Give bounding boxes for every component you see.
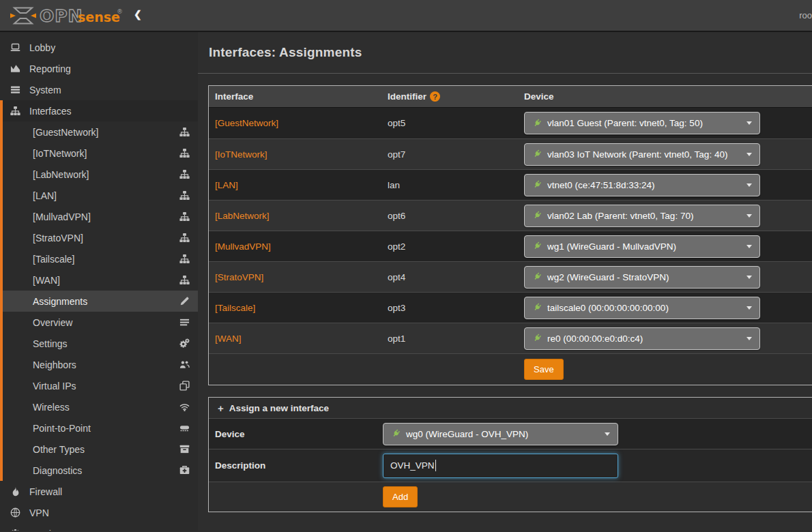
sidebar-item-other-types[interactable]: Other Types: [0, 439, 198, 460]
sidebar-item-guestnetwork[interactable]: [GuestNetwork]: [0, 121, 198, 143]
save-row: Save: [209, 353, 812, 385]
description-label: Description: [209, 460, 383, 471]
laptop-icon: [9, 42, 21, 53]
add-button[interactable]: Add: [383, 486, 418, 507]
collapse-sidebar-icon[interactable]: ❮: [134, 9, 142, 20]
table-row: [MullvadVPN] opt2 wg1 (WireGuard - Mullv…: [209, 231, 812, 261]
identifier-value: opt7: [388, 149, 405, 160]
cogs-icon: [179, 338, 190, 349]
device-select[interactable]: vlan01 Guest (Parent: vtnet0, Tag: 50): [524, 112, 760, 134]
sidebar-item-reporting[interactable]: Reporting: [0, 58, 198, 79]
interface-link[interactable]: [MullvadVPN]: [215, 241, 271, 252]
device-select[interactable]: wg1 (WireGuard - MullvadVPN): [524, 235, 760, 258]
sidebar-item-overview[interactable]: Overview: [0, 312, 198, 333]
new-device-value: wg0 (WireGuard - OVH_VPN): [406, 429, 528, 439]
device-selected-value: wg2 (WireGuard - StratoVPN): [547, 272, 669, 282]
assign-panel-header: + Assign a new interface: [209, 398, 812, 419]
device-selected-value: vlan03 IoT Network (Parent: vtnet0, Tag:…: [547, 149, 727, 160]
sidebar-item-label: Wireless: [33, 402, 70, 413]
table-row: [Tailscale] opt3 tailscale0 (00:00:00:00…: [209, 292, 812, 323]
interface-link[interactable]: [StratoVPN]: [215, 272, 263, 282]
bars-icon: [179, 317, 190, 327]
device-select[interactable]: tailscale0 (00:00:00:00:00:00): [524, 297, 760, 319]
sitemap-icon: [179, 127, 190, 137]
logged-in-user[interactable]: roo: [799, 10, 812, 20]
device-select[interactable]: vlan03 IoT Network (Parent: vtnet0, Tag:…: [524, 143, 760, 166]
sidebar-item-lobby[interactable]: Lobby: [0, 37, 198, 58]
identifier-value: opt2: [388, 241, 405, 252]
plug-icon: [532, 241, 542, 251]
device-select[interactable]: re0 (00:00:00:e0:d0:c4): [524, 327, 760, 350]
sidebar-item-label: [MullvadVPN]: [33, 211, 91, 222]
sidebar-item-label: [Tailscale]: [33, 254, 74, 265]
table-row: [StratoVPN] opt4 wg2 (WireGuard - Strato…: [209, 261, 812, 292]
sidebar-item-iotnetwork[interactable]: [IoTNetwork]: [0, 143, 198, 164]
sidebar-item-labnetwork[interactable]: [LabNetwork]: [0, 164, 198, 185]
interface-link[interactable]: [IoTNetwork]: [215, 149, 267, 160]
sidebar-item-label: VPN: [29, 507, 49, 518]
sidebar-item-settings[interactable]: Settings: [0, 333, 198, 354]
device-label: Device: [209, 429, 383, 439]
sidebar-item-assignments[interactable]: Assignments: [0, 291, 198, 312]
brand-opn-text: OPN: [40, 6, 83, 26]
help-icon[interactable]: ?: [430, 91, 440, 102]
table-row: [LabNetwork] opt6 vlan02 Lab (Parent: vt…: [209, 200, 812, 231]
sidebar-item-label: [LAN]: [33, 190, 57, 201]
plug-icon: [532, 303, 542, 312]
sitemap-icon: [179, 148, 190, 158]
sidebar-item-neighbors[interactable]: Neighbors: [0, 354, 198, 375]
save-button[interactable]: Save: [524, 359, 564, 380]
interface-link[interactable]: [GuestNetwork]: [215, 118, 278, 128]
device-selected-value: re0 (00:00:00:e0:d0:c4): [547, 334, 643, 344]
sidebar-item-vpn[interactable]: VPN: [0, 502, 198, 523]
column-identifier: Identifier?: [388, 91, 524, 102]
sidebar-item-firewall[interactable]: Firewall: [0, 481, 198, 502]
page-title-bar: Interfaces: Assignments: [198, 32, 812, 74]
interface-link[interactable]: [LabNetwork]: [215, 211, 270, 221]
sidebar-item-label: System: [29, 85, 61, 95]
device-selected-value: vlan02 Lab (Parent: vtnet0, Tag: 70): [547, 211, 693, 221]
caret-down-icon: [746, 337, 752, 340]
sidebar-item-label: Neighbors: [33, 359, 76, 370]
brand-sense-text: sense: [78, 10, 120, 25]
registered-mark: ®: [117, 8, 123, 15]
interface-link[interactable]: [LAN]: [215, 180, 238, 190]
sidebar-item-diagnostics[interactable]: Diagnostics: [0, 460, 198, 481]
sidebar-item-services[interactable]: Services: [0, 523, 198, 531]
fire-icon: [9, 486, 21, 497]
sidebar-item-virtual-ips[interactable]: Virtual IPs: [0, 375, 198, 396]
sitemap-icon: [179, 169, 190, 179]
sidebar-item-label: Services: [29, 529, 66, 531]
sidebar-item-interfaces[interactable]: Interfaces: [0, 100, 198, 121]
sidebar-item-stratovpn[interactable]: [StratoVPN]: [0, 227, 198, 248]
device-select[interactable]: vtnet0 (ce:47:51:8d:33:24): [524, 174, 760, 196]
new-device-select[interactable]: wg0 (WireGuard - OVH_VPN): [383, 423, 618, 445]
opnsense-logo[interactable]: OPN sense ®: [0, 5, 198, 26]
table-row: [WAN] opt1 re0 (00:00:00:e0:d0:c4): [209, 323, 812, 353]
device-selected-value: wg1 (WireGuard - MullvadVPN): [547, 241, 676, 252]
top-header-bar: OPN sense ® ❮ roo: [0, 0, 812, 32]
sidebar-item-point-to-point[interactable]: Point-to-Point: [0, 417, 198, 439]
description-input[interactable]: OVH_VPN: [383, 454, 618, 478]
sidebar-item-label: Assignments: [33, 296, 87, 307]
caret-down-icon: [746, 121, 752, 125]
sidebar-item-system[interactable]: System: [0, 79, 198, 100]
caret-down-icon: [746, 214, 752, 218]
sidebar-item-wireless[interactable]: Wireless: [0, 396, 198, 417]
sidebar-item-label: Reporting: [29, 63, 71, 74]
device-select[interactable]: vlan02 Lab (Parent: vtnet0, Tag: 70): [524, 205, 760, 227]
wifi-icon: [179, 402, 190, 412]
device-select[interactable]: wg2 (WireGuard - StratoVPN): [524, 266, 760, 289]
sidebar-item-label: Lobby: [29, 42, 55, 53]
interface-link[interactable]: [Tailscale]: [215, 303, 255, 313]
sidebar-item-mullvadvpn[interactable]: [MullvadVPN]: [0, 206, 198, 227]
sidebar-item-wan[interactable]: [WAN]: [0, 269, 198, 291]
sidebar-item-tailscale[interactable]: [Tailscale]: [0, 248, 198, 269]
table-row: [IoTNetwork] opt7 vlan03 IoT Network (Pa…: [209, 138, 812, 169]
sitemap-icon: [9, 106, 21, 116]
plug-icon: [532, 119, 542, 128]
sidebar-item-lan[interactable]: [LAN]: [0, 185, 198, 206]
sitemap-icon: [179, 211, 190, 222]
caret-down-icon: [746, 183, 752, 187]
interface-link[interactable]: [WAN]: [215, 334, 242, 344]
